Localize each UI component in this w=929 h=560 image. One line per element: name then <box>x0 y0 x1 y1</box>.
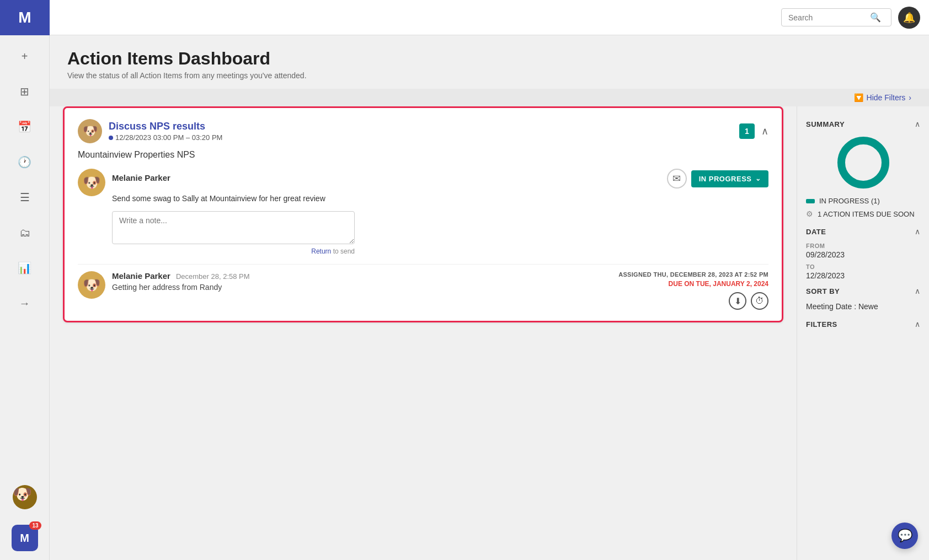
sidebar-item-inbox[interactable]: 🗂 <box>13 220 37 245</box>
due-line: DUE ON TUE, JANUARY 2, 2024 <box>618 280 768 288</box>
card-header-right: 1 ∧ <box>739 123 768 139</box>
timer-icon-button[interactable]: ⏱ <box>751 292 768 310</box>
items-and-panel: 🐶 Discuss NPS results 12/28/2023 03:00 P… <box>50 106 929 560</box>
logo-area: M <box>0 0 50 35</box>
status-label: IN PROGRESS <box>699 175 752 183</box>
sidebar-item-calendar[interactable]: 📅 <box>13 115 37 139</box>
from-field: FROM 09/28/2023 <box>806 243 920 259</box>
status-row: Melanie Parker ✉ IN PROGRESS ⌄ <box>112 169 768 189</box>
assigned-line: ASSIGNED THU, DECEMBER 28, 2023 AT 2:52 … <box>618 271 768 278</box>
download-icon-button[interactable]: ⬇ <box>729 292 746 310</box>
sidebar-item-clock[interactable]: 🕐 <box>13 150 37 174</box>
comment-row: 🐶 Melanie Parker December 28, 2:58 PM Ge… <box>78 264 768 310</box>
filters-chevron-icon[interactable]: ∧ <box>915 320 920 329</box>
collapse-button[interactable]: ∧ <box>761 125 768 137</box>
summary-title: SUMMARY <box>806 120 845 128</box>
comment-time: December 28, 2:58 PM <box>176 272 250 281</box>
sidebar-item-arrow[interactable]: → <box>13 291 37 315</box>
hide-filters-row: 🔽 Hide Filters › <box>50 89 929 106</box>
action-item-row: 🐶 Melanie Parker ✉ IN PROGRESS ⌄ <box>78 169 768 255</box>
sort-title: SORT BY <box>806 287 840 295</box>
email-icon-button[interactable]: ✉ <box>667 169 687 189</box>
to-field: TO 12/28/2023 <box>806 263 920 280</box>
date-title: DATE <box>806 228 826 236</box>
comment-author-line: Melanie Parker December 28, 2:58 PM <box>112 271 612 281</box>
comment-text: Getting her address from Randy <box>112 283 612 292</box>
assignee-avatar: 🐶 <box>78 169 105 196</box>
search-input[interactable] <box>788 13 866 22</box>
card-header-left: 🐶 Discuss NPS results 12/28/2023 03:00 P… <box>78 119 222 143</box>
return-hint-text: to send <box>333 247 355 255</box>
main-layout: + ⊞ 📅 🕐 ☰ 🗂 📊 → 🐶 M 13 <box>0 35 929 560</box>
summary-chevron-icon[interactable]: ∧ <box>915 120 920 128</box>
search-icon: 🔍 <box>870 12 881 23</box>
hide-filters-button[interactable]: 🔽 Hide Filters › <box>854 93 911 102</box>
meeting-name: Mountainview Properties NPS <box>78 150 768 160</box>
meeting-avatar-emoji: 🐶 <box>83 124 98 138</box>
meeting-info: Discuss NPS results 12/28/2023 03:00 PM … <box>109 121 222 142</box>
date-section-header: DATE ∧ <box>806 227 920 236</box>
card-header: 🐶 Discuss NPS results 12/28/2023 03:00 P… <box>78 119 768 143</box>
page-header: Action Items Dashboard View the status o… <box>50 35 929 89</box>
status-button[interactable]: IN PROGRESS ⌄ <box>691 170 768 187</box>
meeting-title[interactable]: Discuss NPS results <box>109 121 222 132</box>
in-progress-label: IN PROGRESS (1) <box>819 197 880 205</box>
sidebar-item-menu[interactable]: ☰ <box>13 185 37 209</box>
notification-icon: 🔔 <box>903 12 915 24</box>
grid-icon: ⊞ <box>20 85 29 98</box>
assignee-name: Melanie Parker <box>112 173 170 182</box>
chevron-right-icon: › <box>909 93 911 102</box>
date-chevron-icon[interactable]: ∧ <box>915 227 920 236</box>
action-items-list: 🐶 Discuss NPS results 12/28/2023 03:00 P… <box>50 106 797 560</box>
note-textarea[interactable] <box>112 211 355 244</box>
meeting-dot <box>109 136 113 140</box>
right-panel: SUMMARY ∧ IN PROGRESS (1) ⚙ 1 ACTIO <box>797 106 929 560</box>
return-hint: Return to send <box>112 247 355 255</box>
page-title: Action Items Dashboard <box>67 49 911 69</box>
count-badge: 1 <box>739 123 755 139</box>
logo-icon: M <box>18 9 31 26</box>
topbar: M 🔍 🔔 <box>0 0 929 35</box>
user-avatar[interactable]: 🐶 <box>13 485 37 509</box>
icon-btns: ⬇ ⏱ <box>618 292 768 310</box>
clock-icon: 🕐 <box>18 155 31 169</box>
in-progress-color <box>806 199 815 203</box>
inbox-icon: 🗂 <box>19 227 30 239</box>
comment-right: ASSIGNED THU, DECEMBER 28, 2023 AT 2:52 … <box>618 271 768 310</box>
sidebar-item-chart[interactable]: 📊 <box>13 256 37 280</box>
meeting-avatar: 🐶 <box>78 119 102 143</box>
badge-logo-icon: M <box>20 532 29 545</box>
due-soon-icon: ⚙ <box>806 209 813 218</box>
search-box[interactable]: 🔍 <box>781 8 891 26</box>
svg-point-0 <box>841 141 885 185</box>
sidebar-item-plus[interactable]: + <box>13 44 37 68</box>
action-item-content: Melanie Parker ✉ IN PROGRESS ⌄ Send some… <box>112 169 768 255</box>
notification-button[interactable]: 🔔 <box>898 7 920 29</box>
sidebar: + ⊞ 📅 🕐 ☰ 🗂 📊 → 🐶 M 13 <box>0 35 50 560</box>
hide-filters-label: Hide Filters <box>867 93 906 102</box>
sort-chevron-icon[interactable]: ∧ <box>915 287 920 295</box>
sidebar-bottom: 🐶 M 13 <box>12 485 38 560</box>
sidebar-item-grid[interactable]: ⊞ <box>13 79 37 104</box>
sort-value: Meeting Date : Newe <box>806 302 920 311</box>
chart-icon: 📊 <box>18 261 31 274</box>
timer-icon: ⏱ <box>755 296 764 306</box>
chat-bubble-button[interactable]: 💬 <box>891 523 918 549</box>
comment-content: Melanie Parker December 28, 2:58 PM Gett… <box>112 271 612 292</box>
arrow-right-icon: → <box>19 297 30 310</box>
assignee-avatar-emoji: 🐶 <box>83 174 100 191</box>
badge-button[interactable]: M 13 <box>12 525 38 551</box>
from-label: FROM <box>806 243 920 249</box>
filters-section-header: FILTERS ∧ <box>806 320 920 329</box>
status-chevron-icon: ⌄ <box>755 175 761 182</box>
donut-chart-container <box>806 135 920 190</box>
summary-in-progress: IN PROGRESS (1) <box>806 197 920 205</box>
download-icon: ⬇ <box>734 296 741 306</box>
meeting-time: 12/28/2023 03:00 PM – 03:20 PM <box>109 133 222 142</box>
action-card: 🐶 Discuss NPS results 12/28/2023 03:00 P… <box>63 106 783 322</box>
filters-title: FILTERS <box>806 320 837 329</box>
donut-chart <box>836 135 891 190</box>
from-value: 09/28/2023 <box>806 250 920 259</box>
comment-avatar: 🐶 <box>78 271 105 299</box>
due-soon-label: 1 ACTION ITEMS DUE SOON <box>818 210 915 218</box>
